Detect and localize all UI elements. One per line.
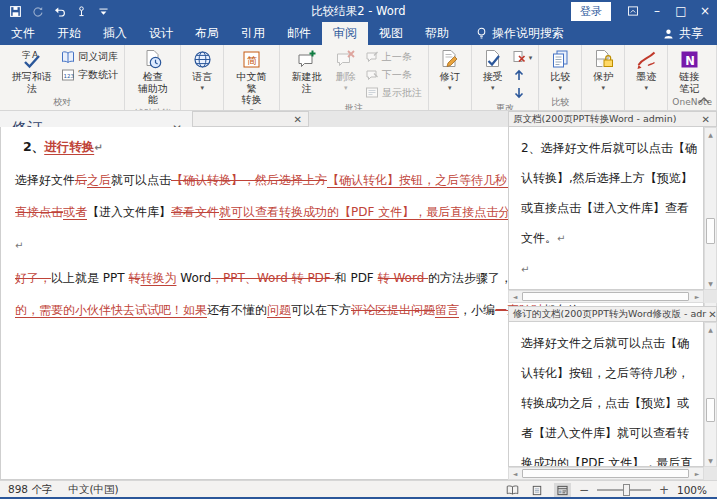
tab-help[interactable]: 帮助 (414, 22, 460, 45)
linked-notes-button[interactable]: N链接 笔记 (672, 48, 706, 95)
protect-label: 保护 (593, 71, 613, 83)
previous-change-button[interactable] (512, 68, 533, 82)
close-button[interactable]: × (693, 0, 717, 22)
dropdown-caret-icon: ▾ (491, 85, 495, 91)
zoom-out-button[interactable]: − (579, 483, 589, 497)
next-change-button[interactable] (512, 86, 533, 100)
text-run: 【进入文件库】 (87, 205, 171, 219)
collapse-ribbon-icon[interactable] (697, 95, 711, 107)
customize-qat-icon[interactable] (97, 5, 110, 18)
text-run: 还有不懂的 (207, 303, 267, 317)
delete-comment-label: 删除 (336, 71, 356, 83)
scroll-right-icon[interactable]: ► (691, 291, 703, 302)
text-run: 可以在下方 (291, 303, 351, 317)
scrollbar-thumb[interactable] (522, 469, 689, 478)
accept-button[interactable]: 接受▾ (476, 48, 510, 92)
tab-review[interactable]: 审阅 (322, 22, 368, 45)
zoom-slider-thumb[interactable] (623, 484, 630, 496)
check-accessibility-button[interactable]: 检查 辅助功能 (129, 48, 176, 107)
next-change-icon (512, 86, 526, 100)
tab-mailings[interactable]: 邮件 (276, 22, 322, 45)
text-run: 选择好文件之后就可以点击【确认转化】按钮，之后等待几秒，转换成功之后，点击【预览… (521, 336, 692, 467)
print-layout-icon[interactable] (529, 483, 546, 498)
touch-mode-icon[interactable] (75, 5, 88, 18)
scroll-down-icon[interactable]: ▼ (705, 454, 716, 466)
previous-comment-button: 上一条 (365, 50, 422, 64)
new-comment-button[interactable]: 新建批注 (284, 48, 329, 95)
scroll-down-icon[interactable]: ▼ (705, 277, 716, 289)
revised-horizontal-scrollbar[interactable]: ◄ ► (508, 467, 704, 480)
ink-icon (636, 49, 657, 70)
original-horizontal-scrollbar[interactable]: ◄ ► (508, 290, 704, 303)
title-bar: 比较结果2 - Word 登录 – □ × (0, 0, 717, 22)
zoom-level[interactable]: 100% (677, 484, 707, 496)
scrollbar-thumb[interactable] (706, 398, 715, 422)
scroll-up-icon[interactable]: ▲ (705, 323, 716, 335)
tell-me-search[interactable]: 操作说明搜索 (466, 22, 574, 45)
redo-icon (31, 5, 44, 18)
language-button[interactable]: 语言▾ (185, 48, 219, 92)
new-comment-icon (296, 49, 317, 70)
tab-view[interactable]: 视图 (368, 22, 414, 45)
scroll-left-icon[interactable]: ◄ (509, 468, 521, 479)
reject-button[interactable]: ▾ (512, 50, 533, 64)
ink-button[interactable]: 墨迹▾ (629, 48, 663, 92)
ribbon-group-label (583, 96, 623, 110)
word-count-status[interactable]: 898 个字 (8, 483, 52, 497)
login-button[interactable]: 登录 (571, 2, 611, 21)
scroll-left-icon[interactable]: ◄ (509, 291, 521, 302)
minimize-button[interactable]: – (645, 0, 669, 22)
chinese-conversion-button[interactable]: 简中文简繁 转换▾ (228, 48, 275, 111)
tab-file[interactable]: 文件 (0, 22, 46, 45)
protect-button[interactable]: 保护▾ (586, 48, 620, 92)
show-comments-button: 显示批注 (365, 86, 422, 100)
spellcheck-icon: 字A (21, 49, 42, 70)
text-run: 转 (128, 271, 140, 285)
text-run: 【确认转换】，然后选择上方 (171, 173, 327, 187)
tab-layout[interactable]: 布局 (184, 22, 230, 45)
lightbulb-icon (476, 27, 487, 40)
word-window: 比较结果2 - Word 登录 – □ × 文件开始插入设计布局引用邮件审阅视图… (0, 0, 717, 499)
chinese-conversion-label: 中文简繁 转换 (232, 71, 271, 106)
scroll-right-icon[interactable]: ► (691, 468, 703, 479)
read-mode-icon[interactable] (504, 483, 521, 498)
tab-insert[interactable]: 插入 (92, 22, 138, 45)
tab-home[interactable]: 开始 (46, 22, 92, 45)
thesaurus-button[interactable]: 同义词库 (61, 50, 118, 64)
original-pane-close-icon[interactable]: ✕ (700, 114, 712, 125)
ribbon-display-options-icon[interactable] (621, 0, 645, 22)
revised-vertical-scrollbar[interactable]: ▲ ▼ (704, 322, 717, 467)
scrollbar-thumb[interactable] (522, 292, 689, 301)
undo-icon[interactable] (53, 5, 66, 18)
accept-label: 接受 (483, 71, 503, 83)
track-changes-label: 修订 (440, 71, 460, 83)
maximize-button[interactable]: □ (669, 0, 693, 22)
text-run: 后 (75, 173, 87, 187)
original-vertical-scrollbar[interactable]: ▲ ▼ (704, 127, 717, 290)
revised-document-body[interactable]: 选择好文件之后就可以点击【确认转化】按钮，之后等待几秒，转换成功之后，点击【预览… (508, 322, 704, 467)
word-count-button[interactable]: 123字数统计 (61, 68, 118, 82)
thesaurus-label: 同义词库 (78, 50, 118, 64)
share-button[interactable]: 共享 (649, 22, 717, 45)
tab-design[interactable]: 设计 (138, 22, 184, 45)
zoom-slider[interactable] (597, 489, 651, 491)
track-changes-button[interactable]: 修订▾ (433, 48, 467, 92)
original-document-body[interactable]: 2、选择好文件后就可以点击【确认转换】,然后选择上方【预览】或直接点击【进入文件… (508, 127, 704, 290)
ribbon: 字A拼写和语法同义词库123字数统计校对检查 辅助功能辅助功能语言▾简中文简繁 … (0, 45, 717, 111)
ribbon-group-label: 比较 (540, 96, 580, 110)
web-layout-icon[interactable] (554, 483, 571, 498)
compare-button[interactable]: 比较▾ (543, 48, 577, 92)
text-run: ↵ (521, 264, 529, 275)
show-comments-icon (365, 86, 379, 100)
ribbon-group-label (182, 96, 222, 110)
save-icon[interactable] (9, 5, 22, 18)
revised-pane-close-icon[interactable]: ✕ (706, 309, 717, 320)
scroll-up-icon[interactable]: ▲ (705, 128, 716, 140)
language-status[interactable]: 中文(中国) (68, 483, 118, 497)
scrollbar-thumb[interactable] (706, 218, 715, 244)
tab-references[interactable]: 引用 (230, 22, 276, 45)
zoom-in-button[interactable]: + (659, 483, 669, 497)
delete-comment-icon (335, 49, 356, 70)
compared-pane-close-icon[interactable]: ✕ (292, 114, 304, 125)
spelling-grammar-button[interactable]: 字A拼写和语法 (4, 48, 59, 95)
